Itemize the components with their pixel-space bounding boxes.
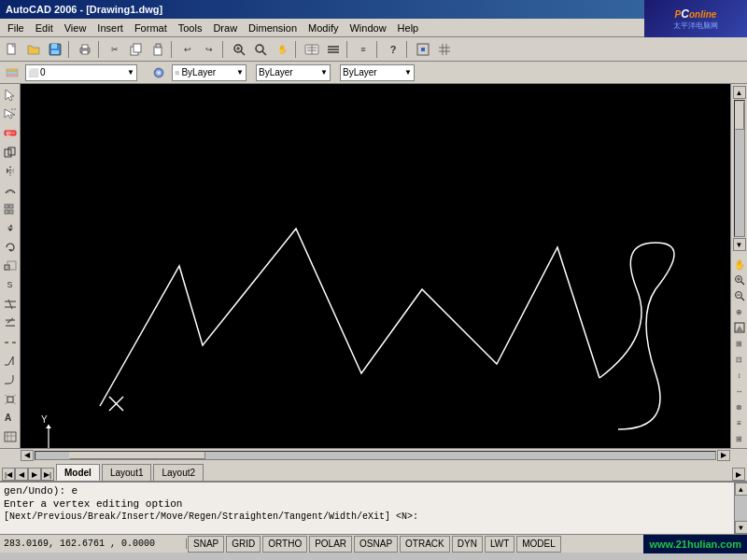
tb-open[interactable] [23, 40, 44, 59]
tool-erase[interactable]: E [1, 124, 20, 142]
tool-scale[interactable] [1, 257, 20, 274]
tool-stretch[interactable]: S [1, 276, 20, 294]
rtool-10[interactable]: ⊗ [732, 399, 747, 414]
svg-rect-6 [82, 45, 88, 49]
tab-layout1[interactable]: Layout1 [102, 464, 152, 481]
menu-window[interactable]: Window [344, 21, 391, 35]
tab-nav-last[interactable]: ▶| [41, 468, 54, 481]
drawing-surface[interactable]: X Y [21, 84, 730, 448]
tool-trim[interactable] [1, 295, 20, 313]
svg-line-13 [241, 51, 245, 55]
rtool-8[interactable]: ↕ [732, 368, 747, 383]
hscroll-left[interactable]: ◀ [21, 450, 34, 461]
rtool-11[interactable]: ≡ [732, 415, 747, 430]
tb-grid[interactable] [434, 40, 455, 59]
otrack-button[interactable]: OTRACK [400, 536, 450, 553]
tab-nav-prev[interactable]: ◀ [15, 468, 28, 481]
svg-point-16 [256, 45, 263, 52]
canvas-area[interactable]: X Y [21, 84, 730, 448]
left-tool-palette: E S [0, 84, 21, 448]
tool-mirror[interactable] [1, 162, 20, 180]
model-button[interactable]: MODEL [516, 536, 561, 553]
ortho-button[interactable]: ORTHO [262, 536, 307, 553]
lineweight-dropdown[interactable]: ByLayer ▼ [340, 64, 415, 81]
tab-model[interactable]: Model [56, 464, 100, 481]
tb-zoom-all[interactable] [250, 40, 271, 59]
menu-dimension[interactable]: Dimension [243, 21, 303, 35]
tb-print[interactable] [75, 40, 95, 59]
linetype-dropdown[interactable]: ByLayer ▼ [256, 64, 331, 81]
snap-button[interactable]: SNAP [188, 536, 224, 553]
status-bar: 283.0169, 162.6761 , 0.0000 SNAP GRID OR… [0, 534, 747, 553]
hscroll-thumb[interactable] [69, 452, 205, 459]
vscroll-track[interactable] [734, 100, 745, 237]
tool-break[interactable] [1, 333, 20, 351]
cmd-vscroll-up[interactable]: ▲ [735, 483, 748, 496]
menu-file[interactable]: File [2, 21, 30, 35]
tb-layer-mgr[interactable] [2, 63, 22, 82]
tb-undo[interactable]: ↩ [177, 40, 198, 59]
tb-copy[interactable] [126, 40, 147, 59]
tb-properties[interactable] [302, 40, 322, 59]
menu-help[interactable]: Help [392, 21, 425, 35]
tb-color-ctrl[interactable] [148, 63, 169, 82]
tool-hatch[interactable] [1, 428, 20, 446]
layer-dropdown[interactable]: ⬜ 0 ▼ [25, 64, 137, 81]
tb-zoom-window[interactable] [229, 40, 249, 59]
tool-select[interactable] [1, 86, 20, 104]
rtool-3[interactable] [732, 288, 747, 303]
menu-insert[interactable]: Insert [92, 21, 129, 35]
tb-help[interactable]: ? [383, 40, 403, 59]
tb-snap[interactable] [413, 40, 433, 59]
hscroll-track[interactable] [35, 451, 716, 460]
rtool-4[interactable]: ⊕ [732, 304, 747, 319]
menu-edit[interactable]: Edit [30, 21, 59, 35]
tool-extend[interactable] [1, 315, 20, 332]
tb-match-prop[interactable]: ≡ [353, 40, 374, 59]
vscroll-thumb[interactable] [735, 102, 744, 130]
tb-redo[interactable]: ↪ [199, 40, 219, 59]
hscroll-right[interactable]: ▶ [717, 450, 730, 461]
tab-layout2[interactable]: Layout2 [153, 464, 204, 481]
tb-cut[interactable]: ✂ [105, 40, 125, 59]
menu-modify[interactable]: Modify [303, 21, 344, 35]
rtool-1[interactable]: ✋ [732, 257, 747, 272]
lwt-button[interactable]: LWT [485, 536, 514, 553]
menu-view[interactable]: View [59, 21, 92, 35]
vscroll-up[interactable]: ▲ [733, 86, 746, 99]
tool-multiline[interactable]: A [1, 409, 20, 427]
tool-fillet[interactable] [1, 371, 20, 389]
tool-copy[interactable] [1, 143, 20, 161]
tab-nav-first[interactable]: |◀ [2, 468, 15, 481]
grid-button[interactable]: GRID [226, 536, 261, 553]
tab-nav-next[interactable]: ▶ [28, 468, 41, 481]
rtool-2[interactable] [732, 273, 747, 287]
rtool-6[interactable]: ⊞ [732, 336, 747, 351]
cmd-vscroll-down[interactable]: ▼ [735, 521, 748, 534]
tool-array[interactable] [1, 200, 20, 217]
osnap-button[interactable]: OSNAP [354, 536, 398, 553]
color-dropdown[interactable]: ■ ByLayer ▼ [172, 64, 247, 81]
menu-format[interactable]: Format [129, 21, 173, 35]
tool-explode[interactable] [1, 390, 20, 408]
rtool-9[interactable]: ↔ [732, 384, 747, 399]
menu-draw[interactable]: Draw [207, 21, 243, 35]
polar-button[interactable]: POLAR [309, 536, 352, 553]
tb-pan[interactable]: ✋ [272, 40, 292, 59]
tool-offset[interactable] [1, 181, 20, 199]
tb-layer[interactable] [323, 40, 344, 59]
dyn-button[interactable]: DYN [452, 536, 483, 553]
rtool-12[interactable]: ⊞ [732, 431, 747, 446]
tool-chamfer[interactable] [1, 352, 20, 370]
tool-move[interactable] [1, 219, 20, 237]
tab-scroll-right[interactable]: ▶ [732, 468, 745, 481]
vscroll-down[interactable]: ▼ [733, 238, 746, 251]
rtool-7[interactable]: ⊡ [732, 352, 747, 367]
tool-select-window[interactable] [1, 105, 20, 122]
rtool-5[interactable] [732, 320, 747, 335]
tool-rotate[interactable] [1, 238, 20, 256]
tb-paste[interactable] [148, 40, 168, 59]
menu-tools[interactable]: Tools [173, 21, 208, 35]
tb-new[interactable] [2, 40, 22, 59]
tb-save[interactable] [45, 40, 65, 59]
